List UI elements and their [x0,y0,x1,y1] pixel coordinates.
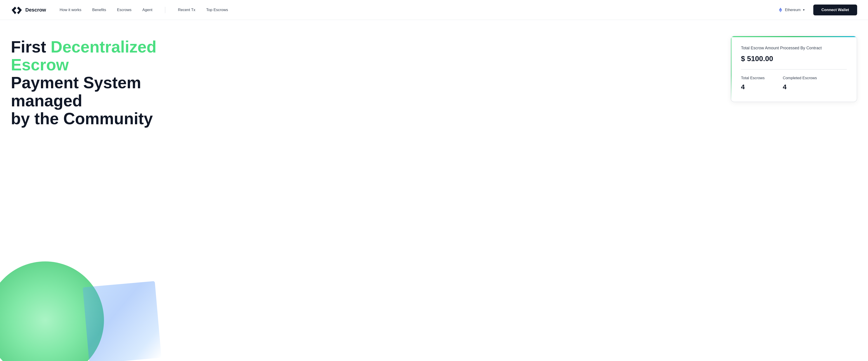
stats-row: Total Escrows 4 Completed Escrows 4 [741,76,847,91]
logo-link[interactable]: Descrow [11,5,46,15]
hero-title-plain: First [11,38,51,56]
total-escrows-value: 4 [741,83,765,91]
chevron-down-icon: ▼ [802,8,805,11]
logo-icon [11,5,23,15]
ethereum-network-selector[interactable]: Ethereum ▼ [775,5,808,15]
connect-wallet-button[interactable]: Connect Wallet [813,4,857,16]
stats-card: Total Escrow Amount Processed By Contrac… [731,36,857,102]
hero-section: First Decentralized Escrow Payment Syste… [0,20,868,361]
total-amount-value: $ 5100.00 [741,55,847,63]
completed-escrows-value: 4 [783,83,817,91]
navbar: Descrow How it works Benefits Escrows Ag… [0,0,868,20]
total-escrows-col: Total Escrows 4 [741,76,765,91]
completed-escrows-col: Completed Escrows 4 [783,76,817,91]
hero-right: Total Escrow Amount Processed By Contrac… [731,33,857,102]
ethereum-icon [778,7,783,13]
nav-link-top-escrows[interactable]: Top Escrows [206,8,228,12]
completed-escrows-label: Completed Escrows [783,76,817,80]
stats-divider [741,69,847,70]
bg-rect-decoration [83,281,161,361]
logo-text: Descrow [25,7,46,13]
total-amount-label: Total Escrow Amount Processed By Contrac… [741,45,847,51]
nav-right: Ethereum ▼ Connect Wallet [775,4,857,16]
nav-links: How it works Benefits Escrows Agent Rece… [60,7,775,13]
nav-link-escrows[interactable]: Escrows [117,8,131,12]
nav-link-benefits[interactable]: Benefits [92,8,106,12]
nav-link-agent[interactable]: Agent [143,8,152,12]
hero-left: First Decentralized Escrow Payment Syste… [11,33,731,128]
nav-link-how-it-works[interactable]: How it works [60,8,81,12]
nav-link-recent-tx[interactable]: Recent Tx [178,8,195,12]
hero-title-rest: Payment System managedby the Community [11,74,153,128]
total-escrows-label: Total Escrows [741,76,765,80]
hero-title: First Decentralized Escrow Payment Syste… [11,38,164,128]
network-label: Ethereum [785,8,801,12]
